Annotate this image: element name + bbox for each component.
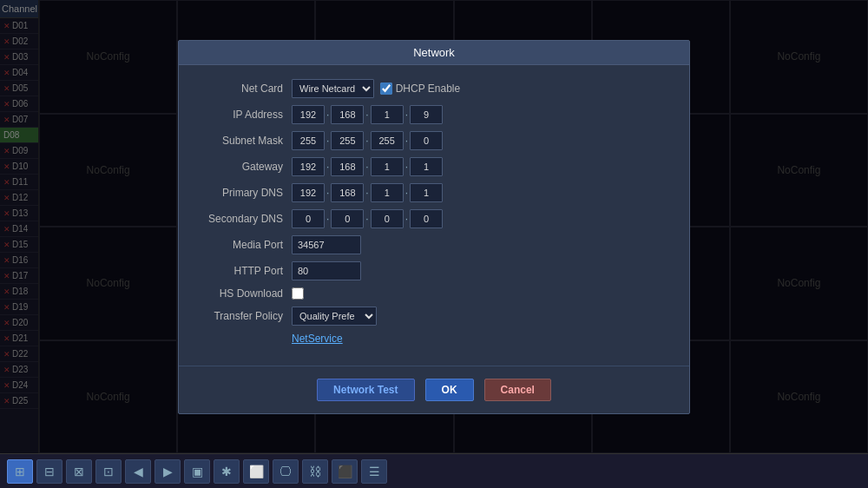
hs-download-label: HS Download bbox=[196, 287, 292, 300]
secondary-dns-label: Secondary DNS bbox=[196, 213, 292, 225]
primary-dns-octet-1[interactable] bbox=[292, 183, 325, 202]
toolbar-btn-network[interactable]: ⛓ bbox=[302, 459, 328, 484]
network-test-button[interactable]: Network Test bbox=[317, 379, 414, 401]
primary-dns-octet-4[interactable] bbox=[410, 183, 443, 202]
primary-dns-input-group: · · · bbox=[292, 183, 443, 202]
subnet-octet-4[interactable] bbox=[410, 131, 443, 150]
toolbar-btn-monitor[interactable]: 🖵 bbox=[273, 459, 299, 484]
gateway-input-group: · · · bbox=[292, 157, 443, 176]
media-port-label: Media Port bbox=[196, 239, 292, 251]
net-service-row: NetService bbox=[196, 333, 672, 345]
toolbar-btn-grid1[interactable]: ⊞ bbox=[7, 459, 33, 484]
dhcp-checkbox-label[interactable]: DHCP Enable bbox=[380, 82, 460, 95]
primary-dns-octet-3[interactable] bbox=[371, 183, 404, 202]
media-port-input[interactable] bbox=[292, 235, 361, 254]
net-service-link[interactable]: NetService bbox=[292, 333, 343, 345]
subnet-octet-1[interactable] bbox=[292, 131, 325, 150]
ip-octet-4[interactable] bbox=[410, 105, 443, 124]
subnet-label: Subnet Mask bbox=[196, 135, 292, 147]
toolbar-btn-grid2[interactable]: ⊟ bbox=[36, 459, 62, 484]
ip-octet-1[interactable] bbox=[292, 105, 325, 124]
modal-overlay: Network Net Card Wire Netcard DHCP Enabl… bbox=[0, 0, 868, 453]
media-port-row: Media Port bbox=[196, 235, 672, 254]
modal-body: Net Card Wire Netcard DHCP Enable IP Add… bbox=[179, 65, 689, 366]
network-modal: Network Net Card Wire Netcard DHCP Enabl… bbox=[178, 40, 690, 414]
ip-row: IP Address · · · bbox=[196, 105, 672, 124]
gateway-octet-3[interactable] bbox=[371, 157, 404, 176]
modal-title: Network bbox=[179, 41, 689, 65]
subnet-row: Subnet Mask · · · bbox=[196, 131, 672, 150]
dhcp-checkbox[interactable] bbox=[380, 82, 392, 95]
secondary-dns-octet-3[interactable] bbox=[371, 209, 404, 228]
ip-octet-2[interactable] bbox=[331, 105, 364, 124]
http-port-input[interactable] bbox=[292, 261, 361, 280]
subnet-octet-2[interactable] bbox=[331, 131, 364, 150]
transfer-policy-label: Transfer Policy bbox=[196, 310, 292, 322]
ip-label: IP Address bbox=[196, 109, 292, 121]
transfer-policy-select[interactable]: Quality Prefe Fluency Prefe bbox=[292, 307, 377, 326]
secondary-dns-octet-4[interactable] bbox=[410, 209, 443, 228]
gateway-row: Gateway · · · bbox=[196, 157, 672, 176]
modal-footer: Network Test OK Cancel bbox=[179, 366, 689, 413]
subnet-octet-3[interactable] bbox=[371, 131, 404, 150]
toolbar-btn-next[interactable]: ▶ bbox=[155, 459, 181, 484]
hs-download-checkbox[interactable] bbox=[292, 287, 304, 300]
net-card-select[interactable]: Wire Netcard bbox=[292, 79, 374, 98]
secondary-dns-octet-1[interactable] bbox=[292, 209, 325, 228]
toolbar-btn-fullscreen[interactable]: ⬜ bbox=[243, 459, 269, 484]
ok-button[interactable]: OK bbox=[425, 379, 474, 401]
secondary-dns-input-group: · · · bbox=[292, 209, 443, 228]
toolbar: ⊞ ⊟ ⊠ ⊡ ◀ ▶ ▣ ✱ ⬜ 🖵 ⛓ ⬛ ☰ bbox=[0, 453, 868, 488]
http-port-row: HTTP Port bbox=[196, 261, 672, 280]
hs-download-row: HS Download bbox=[196, 287, 672, 300]
toolbar-btn-record[interactable]: ⬛ bbox=[332, 459, 358, 484]
ip-octet-3[interactable] bbox=[371, 105, 404, 124]
transfer-policy-row: Transfer Policy Quality Prefe Fluency Pr… bbox=[196, 307, 672, 326]
primary-dns-row: Primary DNS · · · bbox=[196, 183, 672, 202]
primary-dns-octet-2[interactable] bbox=[331, 183, 364, 202]
dhcp-label: DHCP Enable bbox=[396, 82, 460, 95]
secondary-dns-octet-2[interactable] bbox=[331, 209, 364, 228]
gateway-octet-2[interactable] bbox=[331, 157, 364, 176]
gateway-octet-4[interactable] bbox=[410, 157, 443, 176]
toolbar-btn-prev[interactable]: ◀ bbox=[125, 459, 151, 484]
gateway-octet-1[interactable] bbox=[292, 157, 325, 176]
toolbar-btn-grid3[interactable]: ⊠ bbox=[66, 459, 92, 484]
toolbar-btn-grid4[interactable]: ⊡ bbox=[95, 459, 122, 484]
toolbar-btn-settings[interactable]: ✱ bbox=[214, 459, 240, 484]
subnet-input-group: · · · bbox=[292, 131, 443, 150]
cancel-button[interactable]: Cancel bbox=[484, 379, 551, 401]
net-card-label: Net Card bbox=[196, 82, 292, 95]
gateway-label: Gateway bbox=[196, 161, 292, 173]
primary-dns-label: Primary DNS bbox=[196, 187, 292, 199]
toolbar-btn-single[interactable]: ▣ bbox=[184, 459, 210, 484]
net-card-row: Net Card Wire Netcard DHCP Enable bbox=[196, 79, 672, 98]
toolbar-btn-menu[interactable]: ☰ bbox=[361, 459, 387, 484]
ip-input-group: · · · bbox=[292, 105, 443, 124]
secondary-dns-row: Secondary DNS · · · bbox=[196, 209, 672, 228]
http-port-label: HTTP Port bbox=[196, 265, 292, 277]
